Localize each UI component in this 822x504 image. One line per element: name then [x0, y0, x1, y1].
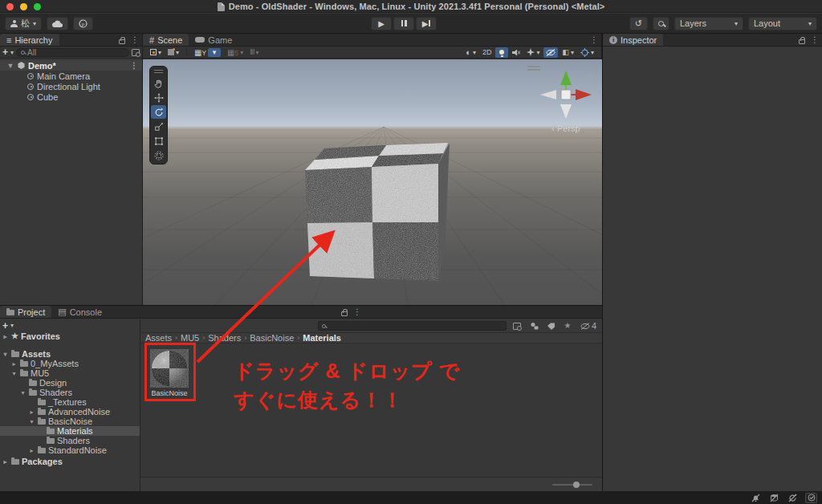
gizmos-dropdown[interactable]: ▾ [578, 47, 596, 58]
breadcrumb-item[interactable]: MU5 [181, 333, 199, 343]
layers-dropdown[interactable]: Layers ▾ [674, 17, 743, 30]
expand-arrow-icon[interactable]: ▾ [2, 351, 9, 358]
scene-visibility-button[interactable] [543, 47, 558, 58]
lock-icon[interactable] [119, 39, 125, 44]
scene-row[interactable]: ▼ Demo* ⋮ [0, 60, 142, 71]
tree-item-textures[interactable]: _Textures [0, 397, 140, 407]
orientation-gizmo[interactable]: ‹ Persp [527, 66, 594, 133]
chevron-down-icon[interactable]: ▾ [10, 49, 14, 56]
cube-object[interactable] [295, 136, 456, 288]
kebab-menu-icon[interactable]: ⋮ [131, 35, 139, 44]
background-tasks-icon[interactable] [805, 493, 817, 503]
tree-item-0-myassets[interactable]: ▸0_MyAssets [0, 359, 140, 368]
thumbnail-zoom-slider[interactable] [552, 484, 592, 486]
kebab-menu-icon[interactable]: ⋮ [130, 61, 138, 70]
chevron-down-icon[interactable]: ▾ [10, 322, 14, 329]
tab-inspector[interactable]: i Inspector [603, 34, 663, 46]
slider-knob[interactable] [573, 482, 580, 488]
chevron-down-icon[interactable]: ▾ [208, 48, 221, 57]
search-window-icon[interactable] [132, 49, 140, 56]
lighting-toggle-button[interactable] [495, 47, 508, 58]
hierarchy-search-input[interactable]: All [16, 48, 129, 57]
search-icon [658, 21, 664, 26]
play-button[interactable]: ▶ [371, 17, 392, 30]
cloud-services-button[interactable] [47, 17, 68, 30]
breadcrumb-item[interactable]: Shaders [208, 333, 241, 343]
tree-item-design[interactable]: Design [0, 378, 140, 388]
breadcrumb-item[interactable]: Assets [145, 333, 172, 343]
tab-game[interactable]: Game [189, 34, 238, 46]
tree-item-materials[interactable]: Materials [0, 426, 140, 436]
hierarchy-item-directional-light[interactable]: Directional Light [0, 81, 142, 91]
tree-item-basicnoise[interactable]: ▾BasicNoise [0, 417, 140, 426]
tab-project[interactable]: Project [0, 306, 51, 318]
hierarchy-item-main-camera[interactable]: Main Camera [0, 71, 142, 81]
tool-handle-position-button[interactable]: ▾ [148, 47, 164, 58]
notifications-muted-icon[interactable] [750, 493, 762, 503]
pause-button[interactable] [393, 17, 414, 30]
tab-console[interactable]: ▤ Console [51, 306, 108, 318]
version-control-button[interactable]: p [73, 17, 93, 30]
tree-item-shaders-sub[interactable]: Shaders [0, 436, 140, 445]
expand-arrow-icon[interactable]: ▸ [28, 447, 35, 454]
add-gameobject-button[interactable]: + [2, 48, 8, 56]
breadcrumb-item-current[interactable]: Materials [303, 333, 341, 343]
expand-arrow-icon[interactable]: ▸ [28, 408, 35, 416]
tab-hierarchy[interactable]: ≡ Hierarchy [0, 34, 59, 46]
expand-arrow-icon[interactable]: ▾ [28, 418, 35, 425]
move-tool-button[interactable] [151, 91, 166, 104]
grid-snapping-button[interactable]: ▦Y▾ [192, 47, 223, 58]
search-scope-icon[interactable] [511, 321, 523, 331]
step-button[interactable]: ▶ [416, 17, 437, 30]
2d-toggle-button[interactable]: 2D [480, 47, 494, 58]
expand-arrow-icon[interactable]: ▸ [10, 360, 18, 368]
favorites-star-icon[interactable]: ★ [561, 321, 574, 331]
shading-mode-dropdown[interactable]: ◐▾ [463, 47, 478, 58]
increment-snap-button[interactable]: ▦5▾ [225, 47, 246, 58]
lock-icon[interactable] [799, 39, 805, 44]
rotate-tool-button[interactable] [151, 105, 166, 119]
tree-item-shaders[interactable]: ▾Shaders [0, 388, 140, 397]
scene-viewport[interactable]: ‹ Persp [143, 59, 602, 305]
create-asset-button[interactable]: + [2, 322, 8, 330]
snap-settings-button[interactable]: ‖‖▾ [247, 47, 261, 58]
kebab-menu-icon[interactable]: ⋮ [353, 307, 361, 316]
kebab-menu-icon[interactable]: ⋮ [811, 35, 819, 44]
kebab-menu-icon[interactable]: ⋮ [590, 35, 598, 44]
tree-item-mu5[interactable]: ▾MU5 [0, 368, 140, 378]
account-button[interactable]: 松 ▾ [5, 17, 42, 30]
undo-history-button[interactable]: ↺ [629, 17, 648, 30]
hand-tool-button[interactable] [151, 76, 166, 90]
hidden-count-button[interactable]: 4 [578, 321, 599, 331]
expand-arrow-icon[interactable]: ▸ [2, 333, 9, 340]
lock-icon[interactable] [341, 311, 348, 316]
expand-arrow-icon[interactable]: ▼ [6, 62, 14, 70]
search-button[interactable] [653, 17, 669, 30]
tool-handle-rotation-button[interactable]: ▾ [165, 47, 181, 58]
tree-item-assets[interactable]: ▾Assets [0, 349, 140, 359]
breadcrumb-item[interactable]: BasicNoise [250, 333, 294, 343]
filter-by-label-icon[interactable] [544, 321, 557, 331]
rect-tool-button[interactable] [151, 134, 166, 148]
camera-view-dropdown[interactable]: ◧▾ [560, 47, 576, 58]
scale-tool-button[interactable] [151, 120, 166, 133]
expand-arrow-icon[interactable]: ▸ [2, 458, 9, 465]
asset-basicnoise-material[interactable]: BasicNoise [147, 349, 192, 397]
tree-item-favorites[interactable]: ▸★Favorites [0, 331, 140, 341]
tab-scene[interactable]: # Scene [143, 34, 189, 46]
tree-item-packages[interactable]: ▸Packages [0, 457, 140, 466]
hierarchy-item-cube[interactable]: Cube [0, 91, 142, 102]
overlay-drag-handle[interactable] [154, 70, 163, 73]
expand-arrow-icon[interactable]: ▾ [19, 389, 26, 396]
cache-server-disconnected-icon[interactable] [768, 493, 780, 503]
tree-item-standardnoise[interactable]: ▸StandardNoise [0, 445, 140, 455]
layout-dropdown[interactable]: Layout ▾ [748, 17, 817, 30]
filter-by-type-icon[interactable] [527, 321, 540, 331]
effects-dropdown[interactable]: ▾ [524, 47, 542, 58]
expand-arrow-icon[interactable]: ▾ [10, 370, 18, 377]
tree-item-advancednoise[interactable]: ▸AdvancedNoise [0, 407, 140, 417]
refresh-disabled-icon[interactable] [787, 493, 799, 503]
transform-tool-button[interactable] [151, 148, 166, 162]
project-search-input[interactable] [318, 321, 507, 331]
audio-toggle-button[interactable] [510, 47, 523, 58]
